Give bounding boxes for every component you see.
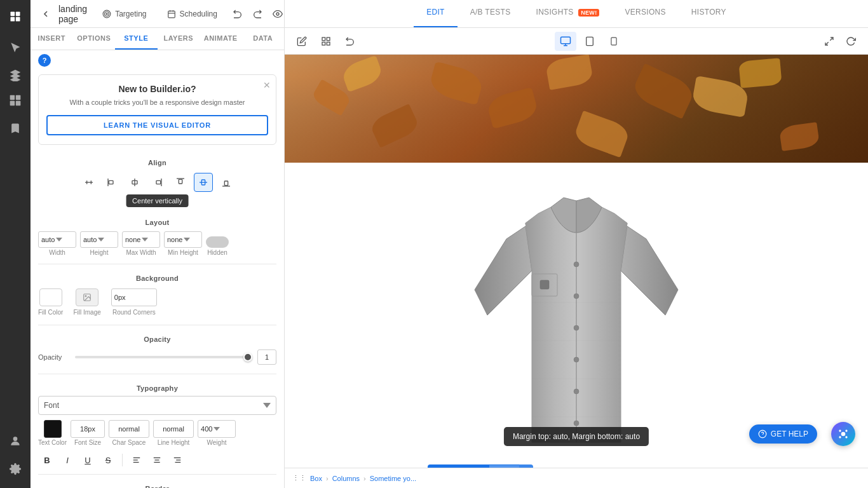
tab-insert[interactable]: INSERT (31, 28, 73, 50)
scheduling-button[interactable]: Scheduling (159, 6, 225, 22)
svg-point-12 (106, 13, 107, 14)
canvas-area[interactable]: Men's Cascade Shirt - Stratus Grey Somet… (285, 55, 868, 468)
width-select[interactable]: auto (38, 231, 76, 248)
opacity-slider[interactable] (75, 356, 252, 358)
tab-layers[interactable]: LAYERS (158, 28, 200, 50)
align-left-button[interactable] (128, 451, 146, 469)
svg-point-11 (105, 11, 109, 16)
align-right-button[interactable] (168, 451, 186, 469)
align-horizontal-btn[interactable] (79, 173, 98, 192)
align-center-v-btn[interactable] (194, 173, 213, 192)
breadcrumb-element[interactable]: Sometime yo... (370, 475, 416, 482)
align-top-btn[interactable] (171, 173, 190, 192)
svg-rect-48 (327, 37, 330, 41)
user-icon[interactable] (4, 430, 27, 452)
breadcrumb-columns[interactable]: Columns (332, 475, 360, 482)
line-height-input[interactable] (153, 420, 194, 438)
char-space-col: Char Space (109, 420, 149, 446)
align-right-btn[interactable] (148, 173, 167, 192)
learn-visual-editor-button[interactable]: LEARN THE VISUAL EDITOR (46, 115, 268, 135)
tab-history[interactable]: HISTORY (679, 0, 739, 27)
bookmark-icon[interactable] (4, 117, 27, 140)
align-center-button[interactable] (148, 451, 166, 469)
refresh-button[interactable] (841, 32, 860, 51)
svg-point-79 (845, 430, 847, 431)
builder-logo-button[interactable] (831, 422, 855, 446)
settings-icon[interactable] (4, 458, 27, 480)
italic-button[interactable]: I (58, 451, 76, 469)
tab-edit[interactable]: EDIT (414, 0, 458, 27)
page-top-bar: landing page Targeting Scheduling (31, 0, 284, 28)
align-bottom-btn[interactable] (217, 173, 236, 192)
svg-line-59 (825, 42, 829, 45)
hidden-toggle[interactable] (206, 236, 229, 248)
weight-label: Weight (207, 439, 227, 446)
max-width-label: Max Width (126, 249, 156, 256)
max-width-field-group: none Max Width (122, 231, 160, 256)
max-width-select[interactable]: none (122, 231, 160, 248)
svg-point-81 (845, 436, 847, 438)
hidden-label: Hidden (207, 249, 227, 256)
tab-options[interactable]: OPTIONS (73, 28, 116, 50)
app-logo-icon[interactable] (4, 5, 27, 28)
bold-button[interactable]: B (38, 451, 56, 469)
strikethrough-button[interactable]: S (99, 451, 117, 469)
tab-insights[interactable]: INSIGHTS NEW! (524, 0, 613, 27)
fill-color-swatch[interactable] (39, 288, 62, 306)
svg-rect-50 (327, 42, 330, 45)
cursor-icon[interactable] (4, 36, 27, 58)
tab-versions[interactable]: VERSIONS (612, 0, 678, 27)
get-help-button[interactable]: GET HELP (749, 424, 817, 444)
targeting-button[interactable]: Targeting (95, 6, 154, 22)
opacity-value[interactable]: 1 (257, 349, 276, 365)
tab-ab-tests[interactable]: A/B TESTS (458, 0, 524, 27)
typography-section-label: Typography (31, 378, 284, 396)
height-select[interactable]: auto (80, 231, 118, 248)
char-space-input[interactable] (109, 420, 149, 438)
font-select[interactable]: Font (38, 396, 276, 415)
layers-icon[interactable] (4, 64, 27, 86)
font-size-input[interactable] (71, 420, 105, 438)
main-content: EDIT A/B TESTS INSIGHTS NEW! VERSIONS HI… (285, 0, 868, 488)
min-height-select[interactable]: none (164, 231, 202, 248)
underline-button[interactable]: U (79, 451, 97, 469)
breadcrumb-box[interactable]: Box (310, 475, 322, 482)
banner-close-button[interactable]: ✕ (263, 80, 271, 90)
weight-select[interactable]: 400 (198, 420, 236, 438)
shirt-image (468, 175, 684, 455)
top-bar-actions: Targeting Scheduling PUBLISH DRAFT (95, 0, 285, 28)
tab-style[interactable]: STYLE (115, 28, 158, 50)
desktop-device-btn[interactable] (555, 32, 576, 51)
fill-image-swatch[interactable] (76, 288, 98, 306)
svg-point-8 (13, 437, 18, 441)
hero-banner (285, 55, 868, 163)
undo-canvas-btn[interactable] (341, 32, 360, 51)
tab-data[interactable]: DATA (242, 28, 285, 50)
back-button[interactable] (41, 5, 51, 23)
layout-fields-row: auto Width auto Height none (31, 230, 284, 260)
svg-point-37 (85, 295, 86, 297)
grid-tool-btn[interactable] (316, 32, 336, 51)
tab-animate[interactable]: ANIMATE (200, 28, 242, 50)
pencil-tool-btn[interactable] (292, 32, 311, 51)
help-icon[interactable]: ? (38, 54, 51, 67)
undo-button[interactable] (230, 4, 245, 24)
tablet-device-btn[interactable] (579, 32, 600, 51)
expand-button[interactable] (820, 32, 839, 51)
mobile-device-btn[interactable] (603, 32, 625, 51)
sidebar-scroll-area: ? ✕ New to Builder.io? With a couple tri… (31, 50, 284, 488)
round-corners-value: 0px (114, 294, 126, 301)
edit-bar-chevron[interactable]: ▾ (519, 464, 533, 468)
align-center-h-btn[interactable] (125, 173, 144, 192)
svg-rect-29 (156, 181, 161, 184)
text-color-swatch[interactable] (44, 420, 62, 438)
edit-bar-edit-button[interactable]: EDIT (489, 465, 519, 468)
align-left-btn[interactable] (102, 173, 121, 192)
components-icon[interactable] (4, 89, 27, 112)
svg-point-63 (574, 325, 579, 330)
preview-button[interactable] (270, 4, 285, 24)
redo-button[interactable] (250, 4, 266, 24)
svg-rect-2 (11, 17, 15, 22)
svg-rect-25 (109, 181, 113, 184)
builder-banner: ✕ New to Builder.io? With a couple trick… (38, 74, 276, 145)
